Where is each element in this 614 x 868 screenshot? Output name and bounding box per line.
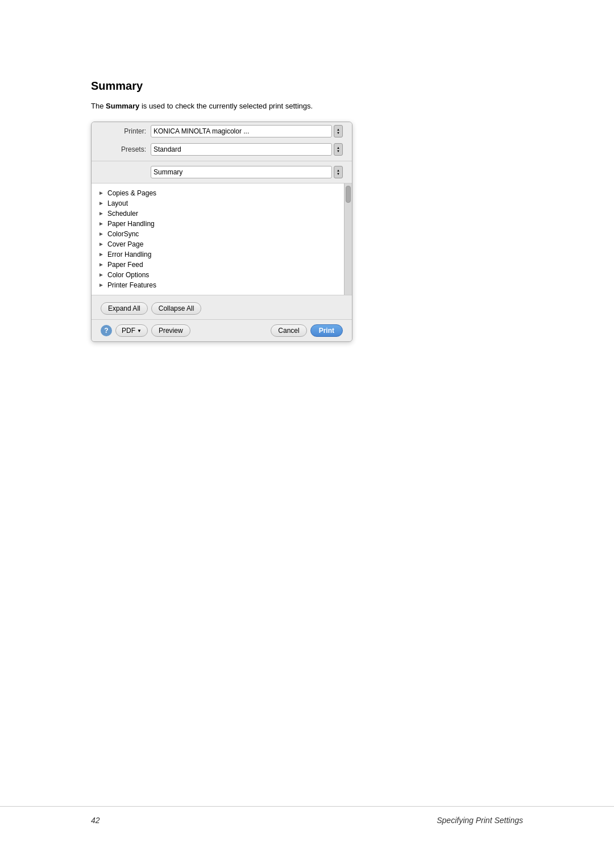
- tree-arrow-error-handling: ►: [98, 251, 105, 258]
- printer-label: Printer:: [101, 127, 146, 135]
- dialog-separator: [92, 161, 352, 161]
- printer-select[interactable]: KONICA MINOLTA magicolor ...: [151, 125, 332, 137]
- scrollbar-track[interactable]: [344, 183, 352, 295]
- tree-arrow-layout: ►: [98, 200, 105, 207]
- page-number: 42: [91, 816, 100, 825]
- pdf-button[interactable]: PDF ▼: [115, 324, 148, 337]
- pdf-label: PDF: [122, 327, 135, 335]
- tree-item-printer-features[interactable]: ► Printer Features: [98, 280, 337, 290]
- tree-arrow-paper-handling: ►: [98, 220, 105, 227]
- tree-item-paper-handling[interactable]: ► Paper Handling: [98, 219, 337, 229]
- summary-select-wrapper: Summary: [151, 166, 343, 178]
- presets-select[interactable]: Standard: [151, 143, 332, 156]
- tree-arrow-colorsync: ►: [98, 231, 105, 237]
- printer-select-wrapper: KONICA MINOLTA magicolor ...: [151, 125, 343, 137]
- page-footer: 42 Specifying Print Settings: [0, 806, 614, 834]
- tree-item-color-options[interactable]: ► Color Options: [98, 270, 337, 280]
- tree-arrow-scheduler: ►: [98, 210, 105, 217]
- summary-stepper[interactable]: [334, 166, 343, 178]
- printer-row: Printer: KONICA MINOLTA magicolor ...: [92, 122, 352, 140]
- scrollbar-thumb[interactable]: [346, 186, 351, 203]
- tree-item-copies[interactable]: ► Copies & Pages: [98, 188, 337, 198]
- collapse-all-button[interactable]: Collapse All: [151, 302, 202, 315]
- preview-button[interactable]: Preview: [151, 324, 190, 337]
- tree-item-layout[interactable]: ► Layout: [98, 198, 337, 208]
- tree-label-copies: Copies & Pages: [107, 189, 156, 197]
- tree-item-scheduler[interactable]: ► Scheduler: [98, 208, 337, 219]
- summary-row: Summary: [92, 164, 352, 181]
- pdf-arrow-icon: ▼: [137, 328, 142, 333]
- tree-label-scheduler: Scheduler: [107, 210, 138, 218]
- tree-item-paper-feed[interactable]: ► Paper Feed: [98, 260, 337, 270]
- section-title: Summary: [91, 80, 523, 93]
- expand-collapse-row: Expand All Collapse All: [92, 298, 352, 319]
- printer-stepper[interactable]: [334, 125, 343, 137]
- help-button[interactable]: ?: [101, 325, 112, 336]
- description: The Summary is used to check the current…: [91, 102, 523, 110]
- dialog-footer: ? PDF ▼ Preview Cancel Print: [92, 319, 352, 341]
- tree-label-paper-handling: Paper Handling: [107, 220, 155, 228]
- tree-item-colorsync[interactable]: ► ColorSync: [98, 229, 337, 239]
- tree-label-colorsync: ColorSync: [107, 230, 139, 238]
- tree-label-printer-features: Printer Features: [107, 281, 156, 289]
- presets-row: Presets: Standard: [92, 140, 352, 158]
- presets-select-wrapper: Standard: [151, 143, 343, 156]
- summary-bold: Summary: [106, 102, 139, 110]
- tree-label-error-handling: Error Handling: [107, 251, 151, 258]
- tree-container: ► Copies & Pages ► Layout ► Scheduler ► …: [92, 183, 352, 295]
- tree-label-layout: Layout: [107, 199, 128, 207]
- tree-label-color-options: Color Options: [107, 271, 149, 279]
- footer-title: Specifying Print Settings: [437, 816, 523, 825]
- tree-label-paper-feed: Paper Feed: [107, 261, 143, 269]
- tree-arrow-cover-page: ►: [98, 241, 105, 248]
- expand-all-button[interactable]: Expand All: [101, 302, 148, 315]
- tree-inner: ► Copies & Pages ► Layout ► Scheduler ► …: [92, 183, 352, 295]
- tree-arrow-color-options: ►: [98, 272, 105, 278]
- cancel-button[interactable]: Cancel: [271, 324, 306, 337]
- presets-label: Presets:: [101, 145, 146, 153]
- print-dialog: Printer: KONICA MINOLTA magicolor ... Pr…: [91, 122, 352, 342]
- print-button[interactable]: Print: [310, 324, 343, 337]
- tree-item-cover-page[interactable]: ► Cover Page: [98, 239, 337, 249]
- tree-arrow-printer-features: ►: [98, 282, 105, 289]
- presets-stepper[interactable]: [334, 143, 343, 156]
- tree-label-cover-page: Cover Page: [107, 240, 143, 248]
- tree-item-error-handling[interactable]: ► Error Handling: [98, 249, 337, 260]
- tree-arrow-copies: ►: [98, 190, 105, 197]
- summary-select[interactable]: Summary: [151, 166, 332, 178]
- tree-arrow-paper-feed: ►: [98, 261, 105, 268]
